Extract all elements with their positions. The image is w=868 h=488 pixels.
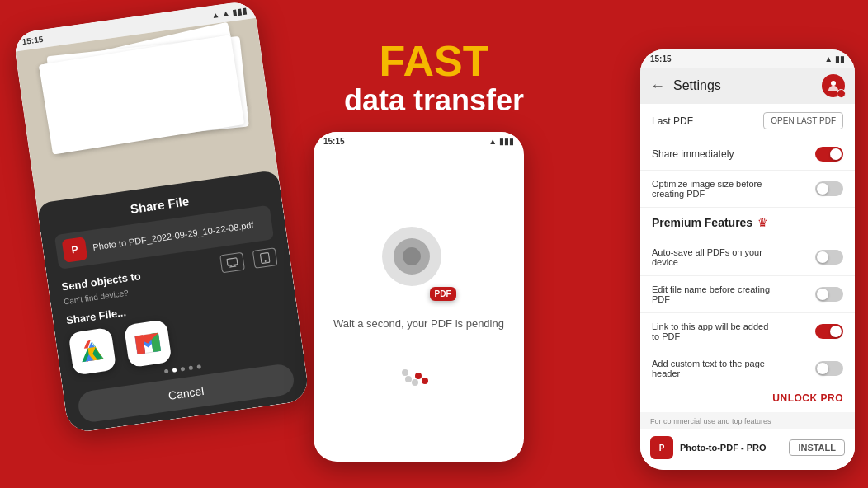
phones-row: FAST data transfer 15:15 ▲ ▲ ▮▮▮	[0, 0, 868, 488]
left-phone-content: Share File P Photo to PDF_2022-09-29_10-…	[15, 18, 309, 434]
pro-icon-label: P	[659, 443, 665, 453]
mid-status-icons: ▲ ▮▮▮	[488, 137, 514, 146]
right-status-bar: 15:15 ▲ ▮▮	[640, 49, 855, 68]
camera-circle	[382, 227, 441, 286]
paper-stack	[40, 30, 251, 187]
premium-item-0-label: Auto-save all PDFs on your device	[652, 247, 776, 267]
mid-phone-wrap: 15:15 ▲ ▮▮▮ PDF Wait a second, your PDF …	[314, 132, 524, 462]
right-status-time: 15:15	[650, 54, 672, 63]
spin-dot-1	[415, 373, 422, 379]
settings-title: Settings	[673, 78, 814, 93]
premium-header: Premium Features ♛	[652, 216, 843, 229]
dot-2	[172, 368, 177, 373]
premium-section: Premium Features ♛	[640, 208, 855, 239]
last-pdf-label: Last PDF	[652, 115, 693, 127]
right-status-icons: ▲ ▮▮	[824, 54, 845, 63]
right-phone-wrap: 15:15 ▲ ▮▮ ← Settings Last PDF OPEN LAST…	[640, 49, 855, 470]
settings-body: Last PDF OPEN LAST PDF Share immediately…	[640, 104, 855, 470]
install-button[interactable]: INSTALL	[789, 439, 845, 456]
pdf-icon-composite: PDF	[382, 227, 456, 301]
settings-avatar[interactable]	[822, 74, 845, 97]
cancel-button[interactable]: Cancel	[77, 363, 296, 424]
premium-toggle-2[interactable]	[815, 324, 843, 339]
open-last-pdf-button[interactable]: OPEN LAST PDF	[763, 112, 843, 129]
fast-label: FAST	[344, 40, 524, 82]
spin-dot-4	[405, 376, 412, 382]
share-immediately-row: Share immediately	[640, 138, 855, 171]
premium-item-3-label: Add custom text to the page header	[652, 359, 776, 378]
mid-status-bar: 15:15 ▲ ▮▮▮	[314, 132, 524, 150]
toggle-knob-2	[830, 326, 842, 337]
premium-title: Premium Features	[652, 216, 752, 229]
premium-item-3: Add custom text to the page header	[640, 350, 855, 387]
left-phone-screen: 15:15 ▲ ▲ ▮▮▮ Share File P Photo to	[12, 0, 309, 434]
pending-text: Wait a second, your PDF is pending	[333, 317, 504, 330]
gmail-icon[interactable]	[124, 319, 172, 368]
pro-banner-icon: P	[650, 436, 673, 459]
pro-app-name: Photo-to-PDF - PRO	[680, 443, 782, 453]
pro-banner-text: Photo-to-PDF - PRO	[680, 443, 782, 453]
share-dialog: Share File P Photo to PDF_2022-09-29_10-…	[36, 170, 309, 434]
send-icon-tablet	[252, 247, 278, 269]
dot-1	[164, 369, 169, 374]
file-name: Photo to PDF_2022-09-29_10-22-08.pdf	[92, 220, 254, 252]
mid-content: PDF Wait a second, your PDF is pending	[314, 150, 524, 462]
premium-item-1: Edit file name before creating PDF	[640, 276, 855, 313]
spinner	[399, 345, 440, 386]
optimize-toggle[interactable]	[815, 181, 843, 196]
svg-line-3	[229, 266, 236, 267]
spin-dot-2	[422, 378, 428, 384]
camera-inner	[394, 238, 430, 274]
premium-toggle-3[interactable]	[815, 361, 843, 376]
premium-item-2-label: Link to this app will be added to PDF	[652, 321, 776, 341]
center-text-block: FAST data transfer	[344, 40, 524, 118]
share-immediately-toggle[interactable]	[815, 147, 843, 162]
toggle-knob-share	[830, 148, 842, 160]
right-phone: 15:15 ▲ ▮▮ ← Settings Last PDF OPEN LAST…	[640, 49, 855, 470]
svg-rect-0	[227, 258, 238, 266]
settings-topbar: ← Settings	[640, 68, 855, 104]
premium-toggle-0[interactable]	[815, 250, 843, 265]
left-phone-bg: 15:15 ▲ ▲ ▮▮▮ Share File P Photo to	[12, 0, 309, 434]
share-immediately-label: Share immediately	[652, 148, 734, 160]
subtitle-label: data transfer	[344, 82, 524, 118]
file-icon: P	[62, 237, 88, 263]
toggle-knob-optimize	[817, 183, 828, 195]
toggle-knob-3	[817, 363, 828, 374]
pro-banner-meta: For commercial use and top features	[640, 412, 855, 429]
camera-dot	[403, 247, 421, 265]
unlock-row: UNLOCK PRO	[640, 387, 855, 412]
crown-icon: ♛	[757, 216, 768, 229]
mid-status-time: 15:15	[323, 137, 345, 146]
last-pdf-row: Last PDF OPEN LAST PDF	[640, 104, 855, 138]
toggle-knob-1	[817, 289, 828, 300]
svg-point-5	[265, 260, 267, 262]
dot-5	[196, 364, 201, 369]
dot-3	[181, 367, 186, 372]
pro-banner: P Photo-to-PDF - PRO INSTALL	[640, 429, 855, 466]
left-phone-wrap: 15:15 ▲ ▲ ▮▮▮ Share File P Photo to	[15, 15, 295, 452]
spin-dot-3	[412, 379, 418, 386]
optimize-label: Optimize image size before creating PDF	[652, 179, 767, 199]
premium-item-1-label: Edit file name before creating PDF	[652, 284, 776, 304]
back-button[interactable]: ←	[650, 77, 665, 95]
mid-phone: 15:15 ▲ ▮▮▮ PDF Wait a second, your PDF …	[314, 132, 524, 462]
unlock-pro-button[interactable]: UNLOCK PRO	[772, 392, 843, 404]
left-status-time: 15:15	[21, 34, 44, 45]
premium-item-0: Auto-save all PDFs on your device	[640, 239, 855, 276]
spin-dot-5	[402, 369, 408, 376]
pdf-badge: PDF	[430, 287, 456, 301]
left-status-icons: ▲ ▲ ▮▮▮	[210, 6, 247, 20]
premium-item-2: Link to this app will be added to PDF	[640, 313, 855, 350]
dot-4	[189, 365, 194, 370]
toggle-knob-0	[817, 251, 828, 263]
premium-toggle-1[interactable]	[815, 287, 843, 302]
svg-point-21	[831, 81, 836, 86]
optimize-row: Optimize image size before creating PDF	[640, 171, 855, 208]
gdrive-icon[interactable]	[68, 327, 117, 376]
send-icon-monitor	[219, 252, 245, 274]
paper-3	[39, 35, 244, 154]
